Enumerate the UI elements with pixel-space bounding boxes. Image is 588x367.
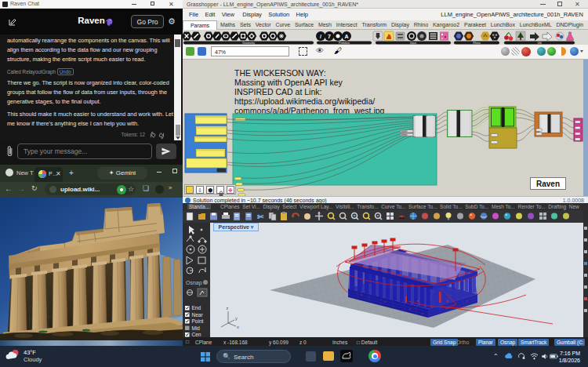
svg-text:Mid: Mid	[192, 325, 201, 331]
svg-text:Cen: Cen	[192, 332, 201, 337]
svg-text:✄: ✄	[257, 213, 264, 221]
svg-text:y: y	[235, 316, 238, 321]
svg-text:z: z	[227, 306, 229, 311]
svg-text:Osnap: Osnap	[186, 280, 202, 286]
svg-text:Point: Point	[192, 318, 204, 324]
svg-text:End: End	[192, 305, 201, 311]
svg-text:/: /	[320, 34, 321, 39]
svg-text:A: A	[344, 34, 348, 39]
svg-text:x: x	[237, 325, 239, 329]
svg-text:Near: Near	[192, 312, 204, 318]
svg-text:7: 7	[328, 34, 331, 39]
